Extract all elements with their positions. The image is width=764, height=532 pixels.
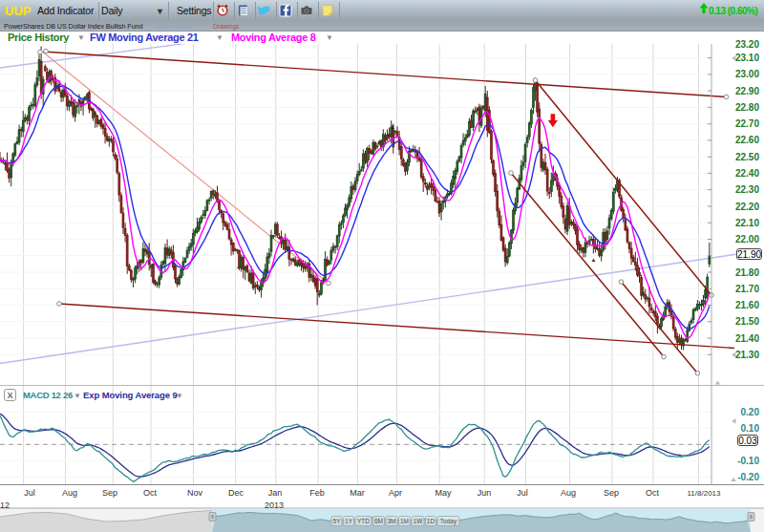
svg-text:3M: 3M [387,518,395,524]
svg-text:Today: Today [440,518,457,525]
svg-text:6M: 6M [374,518,383,524]
svg-text:1M: 1M [400,518,409,524]
svg-text:1W: 1W [414,518,424,524]
svg-text:5Y: 5Y [333,518,342,524]
svg-text:1Y: 1Y [345,518,353,524]
svg-text:YTD: YTD [357,518,370,524]
svg-text:1D: 1D [427,518,435,524]
